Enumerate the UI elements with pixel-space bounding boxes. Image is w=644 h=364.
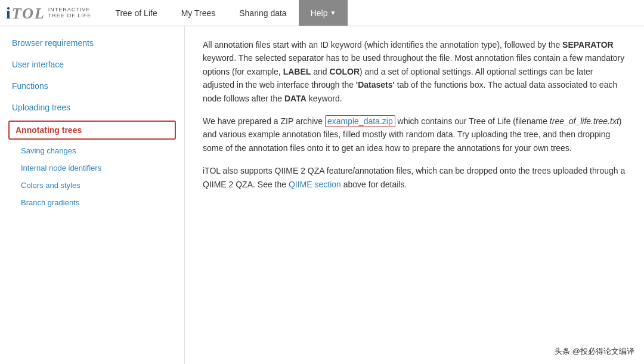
sidebar-item-user-interface[interactable]: User interface bbox=[0, 54, 184, 75]
nav-help[interactable]: Help ▼ bbox=[299, 0, 348, 26]
example-data-link[interactable]: example_data.zip bbox=[325, 115, 395, 127]
qiime-section-link[interactable]: QIIME section bbox=[289, 180, 341, 189]
sidebar-item-browser[interactable]: Browser requirements bbox=[0, 32, 184, 54]
nav-bar: Tree of Life My Trees Sharing data Help … bbox=[103, 0, 348, 26]
main-content: All annotation files start with an ID ke… bbox=[185, 26, 644, 364]
logo[interactable]: iTOL INTERACTIVE TREE OF LIFE bbox=[6, 4, 91, 23]
watermark: 头条 @投必得论文编译 bbox=[551, 345, 638, 358]
nav-tree-of-life[interactable]: Tree of Life bbox=[103, 0, 169, 26]
paragraph-1: All annotation files start with an ID ke… bbox=[203, 38, 626, 105]
logo-subtitle: INTERACTIVE TREE OF LIFE bbox=[48, 7, 92, 19]
sidebar-item-uploading[interactable]: Uploading trees bbox=[0, 97, 184, 118]
nav-my-trees[interactable]: My Trees bbox=[169, 0, 228, 26]
logo-text: iTOL bbox=[6, 4, 45, 23]
main-layout: Browser requirements User interface Func… bbox=[0, 26, 644, 364]
paragraph-2: We have prepared a ZIP archive example_d… bbox=[203, 115, 626, 155]
nav-sharing-data[interactable]: Sharing data bbox=[227, 0, 298, 26]
sidebar-subitem-saving[interactable]: Saving changes bbox=[0, 142, 184, 159]
paragraph-3: iTOL also supports QIIME 2 QZA feature/a… bbox=[203, 164, 626, 191]
sidebar-subitem-branch[interactable]: Branch gradients bbox=[0, 194, 184, 211]
sidebar: Browser requirements User interface Func… bbox=[0, 26, 185, 364]
header: iTOL INTERACTIVE TREE OF LIFE Tree of Li… bbox=[0, 0, 644, 26]
chevron-down-icon: ▼ bbox=[330, 10, 336, 16]
sidebar-subitem-colors[interactable]: Colors and styles bbox=[0, 177, 184, 194]
sidebar-item-annotating[interactable]: Annotating trees bbox=[8, 121, 176, 140]
sidebar-subitem-internal-node[interactable]: Internal node identifiers bbox=[0, 159, 184, 177]
sidebar-item-functions[interactable]: Functions bbox=[0, 75, 184, 97]
